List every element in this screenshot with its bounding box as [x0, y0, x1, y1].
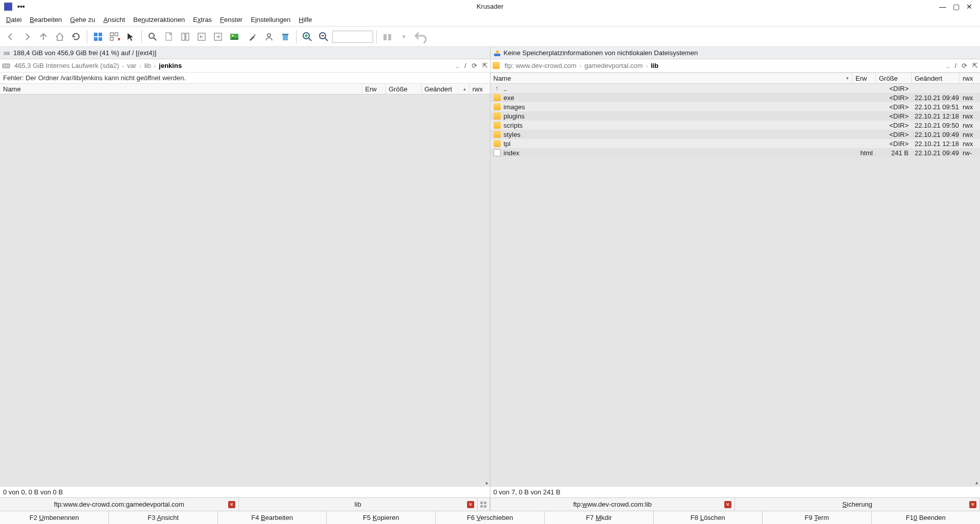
right-listbody[interactable]: ↑..<DIR>exe<DIR>22.10.21 09:49rwximages<…	[491, 84, 981, 486]
col-erw[interactable]: Erw	[852, 73, 876, 83]
selectall-button[interactable]	[90, 29, 106, 44]
tab-extra[interactable]	[478, 498, 490, 511]
table-row[interactable]: exe<DIR>22.10.21 09:49rwx	[491, 93, 981, 102]
menu-datei[interactable]: Datei	[2, 14, 26, 25]
table-row[interactable]: styles<DIR>22.10.21 09:49rwx	[491, 130, 981, 139]
menu-extras[interactable]: Extras	[189, 14, 216, 25]
panel-tab[interactable]: lib✕	[239, 498, 478, 511]
forward-button[interactable]	[19, 29, 35, 44]
svg-rect-20	[282, 34, 288, 35]
refresh-icon[interactable]: ⟳	[472, 62, 477, 69]
menu-benutzeraktionen[interactable]: Benutzeraktionen	[129, 14, 189, 25]
fkey-button[interactable]: F7 Mkdir	[545, 511, 653, 524]
svg-rect-11	[182, 33, 185, 40]
svg-rect-3	[99, 37, 102, 41]
col-rwx[interactable]: rwx	[470, 84, 490, 94]
pause-button[interactable]: ▮▮	[380, 29, 395, 44]
table-row[interactable]: images<DIR>22.10.21 09:51rwx	[491, 102, 981, 111]
zoomin-button[interactable]	[300, 29, 315, 44]
breadcrumb-root[interactable]: ftp: www.dev-crowd.com	[503, 61, 579, 70]
col-erw[interactable]: Erw	[362, 84, 386, 94]
fkey-button[interactable]: F6 Verschieben	[436, 511, 545, 524]
filter-input[interactable]	[332, 31, 373, 43]
up-button[interactable]	[36, 29, 51, 44]
col-rwx[interactable]: rwx	[960, 73, 980, 83]
fkey-button[interactable]: F4 Bearbeiten	[218, 511, 327, 524]
compare-button[interactable]	[178, 29, 193, 44]
fkey-button[interactable]: F9 Term	[763, 511, 871, 524]
breadcrumb-item[interactable]: lib	[649, 61, 660, 70]
titlebar-menu-icon[interactable]: •••	[17, 3, 25, 11]
fkey-button[interactable]: F8 Löschen	[654, 511, 763, 524]
breadcrumb-root[interactable]: 465,3 GiB Internes Laufwerk (sda2)	[12, 61, 121, 70]
undo-button[interactable]	[412, 28, 431, 46]
tab-close-icon[interactable]: ✕	[724, 501, 731, 508]
expand-arrow-icon[interactable]: ▴	[485, 480, 488, 485]
menu-bearbeiten[interactable]: Bearbeiten	[26, 14, 66, 25]
expand-icon[interactable]: ⇱	[482, 62, 488, 69]
sync-right-button[interactable]	[210, 29, 226, 44]
close-button[interactable]: ✕	[963, 3, 976, 11]
up-dots[interactable]: ..	[946, 62, 949, 69]
left-diskbar[interactable]: 188,4 GiB von 456,9 GiB frei (41 %) auf …	[0, 47, 490, 59]
panel-tab[interactable]: ftp:www.dev-crowd.com:gamedevportal.com✕	[0, 498, 239, 511]
menu-button[interactable]: ▾	[396, 29, 411, 44]
table-row[interactable]: tpl<DIR>22.10.21 12:18rwx	[491, 139, 981, 148]
back-button[interactable]	[3, 29, 18, 44]
newfile-button[interactable]	[161, 29, 177, 44]
col-geaendert[interactable]: Geändert	[912, 73, 960, 83]
fkey-button[interactable]: F5 Kopieren	[327, 511, 435, 524]
breadcrumb-item[interactable]: gamedevportal.com	[582, 61, 645, 70]
colorpicker-button[interactable]	[245, 29, 260, 44]
expand-icon[interactable]: ⇱	[972, 62, 978, 69]
tab-close-icon[interactable]: ✕	[467, 501, 474, 508]
maximize-button[interactable]: ▢	[949, 3, 963, 11]
expand-arrow-icon[interactable]: ▴	[975, 480, 978, 485]
menu-gehe zu[interactable]: Gehe zu	[66, 14, 99, 25]
panel-tab[interactable]: Sicherung✕	[735, 498, 980, 511]
refresh-button[interactable]	[68, 29, 84, 44]
col-name[interactable]: Name	[0, 84, 362, 94]
table-row[interactable]: ↑..<DIR>	[491, 84, 981, 93]
svg-rect-33	[480, 505, 483, 508]
fkey-button[interactable]: F3 Ansicht	[109, 511, 217, 524]
app-icon	[4, 3, 12, 11]
col-name[interactable]: Name▾	[491, 73, 853, 83]
fkey-button[interactable]: F2 Umbenennen	[0, 511, 109, 524]
unselect-button[interactable]: ✖	[107, 29, 122, 44]
search-button[interactable]	[145, 29, 160, 44]
menu-einstellungen[interactable]: Einstellungen	[247, 14, 295, 25]
breadcrumb-item[interactable]: jenkins	[157, 61, 184, 70]
breadcrumb-item[interactable]: lib	[142, 61, 153, 70]
menu-hilfe[interactable]: Hilfe	[295, 14, 316, 25]
file-name: tpl	[504, 140, 511, 148]
trash-button[interactable]	[278, 29, 293, 44]
home-button[interactable]	[52, 29, 67, 44]
left-listbody[interactable]: ▴	[0, 94, 490, 486]
minimize-button[interactable]: —	[936, 3, 949, 11]
col-groesse[interactable]: Größe	[386, 84, 422, 94]
right-diskbar[interactable]: Keine Speicherplatzinformationen von nic…	[491, 47, 981, 59]
menu-fenster[interactable]: Fenster	[216, 14, 247, 25]
panel-tab[interactable]: ftp:www.dev-crowd.com:lib✕	[491, 498, 736, 511]
breadcrumb-item[interactable]: var	[125, 61, 138, 70]
drive-icon	[3, 50, 10, 57]
fkey-button[interactable]: F10 Beenden	[872, 511, 980, 524]
user-button[interactable]	[261, 29, 277, 44]
tab-close-icon[interactable]: ✕	[228, 501, 235, 508]
menu-ansicht[interactable]: Ansicht	[99, 14, 129, 25]
tab-close-icon[interactable]: ✕	[969, 501, 976, 508]
cursor-button[interactable]	[123, 29, 138, 44]
image-button[interactable]	[227, 29, 242, 44]
left-tabs: ftp:www.dev-crowd.com:gamedevportal.com✕…	[0, 497, 490, 511]
col-geaendert[interactable]: Geändert▴	[422, 84, 470, 94]
sync-left-button[interactable]	[194, 29, 209, 44]
table-row[interactable]: indexhtml241 B22.10.21 09:49rw-	[491, 148, 981, 157]
left-disk-text: 188,4 GiB von 456,9 GiB frei (41 %) auf …	[13, 49, 156, 57]
table-row[interactable]: plugins<DIR>22.10.21 12:18rwx	[491, 111, 981, 121]
refresh-icon[interactable]: ⟳	[962, 62, 967, 69]
table-row[interactable]: scripts<DIR>22.10.21 09:50rwx	[491, 121, 981, 130]
col-groesse[interactable]: Größe	[876, 73, 912, 83]
zoomout-button[interactable]	[316, 29, 331, 44]
up-dots[interactable]: ..	[456, 62, 459, 69]
